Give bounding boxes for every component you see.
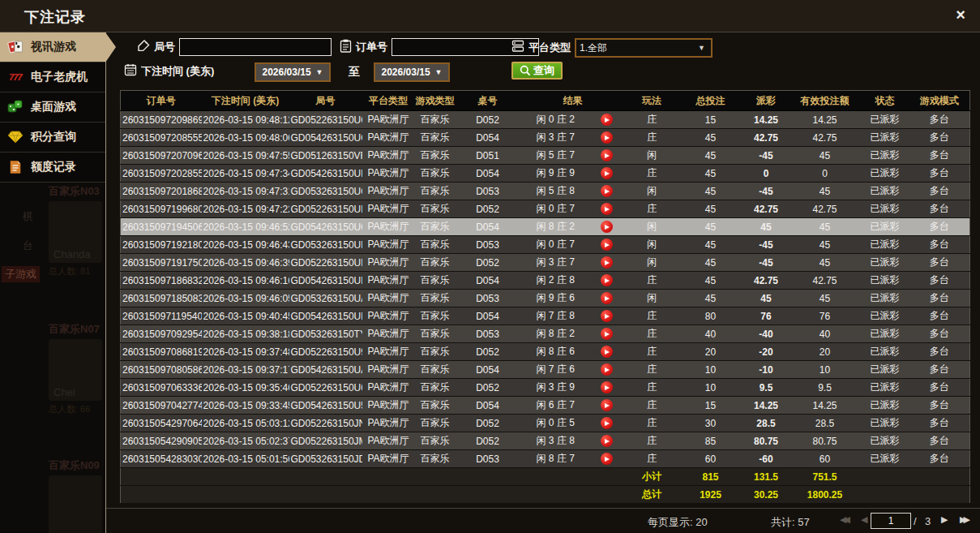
query-button[interactable]: 查询 (511, 62, 563, 80)
play-video-icon[interactable] (601, 363, 613, 376)
next-page-icon[interactable]: ▶ (941, 514, 948, 525)
table-row[interactable]: 2603150972098692026-03-15 09:48:12GD0522… (121, 111, 970, 129)
table-row[interactable]: 2603150970868192026-03-15 09:37:48GD0522… (121, 343, 970, 361)
game-no-cell: GD053263150UC (289, 183, 362, 200)
page-title: 下注记录 (24, 7, 86, 27)
table-row[interactable]: 2603150972018682026-03-15 09:47:31GD0532… (121, 183, 970, 200)
table-row[interactable]: 2603150970929542026-03-15 09:38:18GD0532… (121, 325, 970, 343)
total-bet-cell: 45 (678, 129, 743, 147)
empty-cell (362, 486, 415, 504)
table-no-cell: D054 (456, 218, 520, 236)
table-row[interactable]: 2603150971996802026-03-15 09:47:22GD0522… (121, 200, 970, 218)
total-bet-cell: 15 (678, 397, 743, 415)
platform-cell: PA欧洲厅 (362, 307, 415, 325)
table-row[interactable]: 2603150970633362026-03-15 09:35:46GD0522… (121, 379, 970, 397)
order-no-cell: 260315054297064 (121, 415, 202, 432)
game-no-cell: GD051263150VR (289, 147, 362, 165)
table-row[interactable]: 2603150971921802026-03-15 09:46:43GD0532… (121, 236, 970, 254)
table-row[interactable]: 2603150971868322026-03-15 09:46:16GD0542… (121, 272, 970, 290)
table-row[interactable]: 2603150972028552026-03-15 09:47:34GD0542… (121, 165, 970, 183)
status-cell: 已派彩 (861, 236, 909, 254)
status-cell: 已派彩 (861, 272, 909, 290)
play-video-icon[interactable] (601, 453, 613, 465)
play-video-icon[interactable] (601, 417, 613, 429)
order-no-cell: 260315097186832 (121, 272, 202, 290)
game-type-cell: 百家乐 (415, 379, 456, 397)
close-icon[interactable]: × (952, 6, 969, 24)
valid-bet-cell: 20 (790, 343, 861, 361)
game-no-cell: GD053263150UB (289, 236, 362, 254)
table-row[interactable]: 2603150542909052026-03-15 05:02:37GD0522… (121, 432, 970, 450)
table-row[interactable]: 2603150972070962026-03-15 09:47:55GD0512… (121, 147, 970, 165)
play-video-icon[interactable] (601, 185, 613, 197)
play-video-icon[interactable] (601, 328, 613, 340)
sidebar-item-points-query[interactable]: 积分查询 (0, 123, 105, 153)
bet-time-label: 下注时间 (美东) (141, 64, 214, 79)
play-video-icon[interactable] (601, 381, 613, 393)
platform-cell: PA欧洲厅 (362, 183, 415, 200)
play-video-icon[interactable] (601, 256, 613, 269)
table-row[interactable]: 2603150542970642026-03-15 05:03:12GD0522… (121, 415, 970, 432)
table-row[interactable]: 2603150972085552026-03-15 09:48:06GD0542… (121, 129, 970, 147)
play-video-icon[interactable] (601, 114, 613, 126)
date-to-select[interactable]: 2026/03/15 ▼ (374, 62, 450, 82)
sidebar-item-quota-record[interactable]: 额度记录 (0, 153, 105, 183)
play-video-icon[interactable] (601, 310, 613, 322)
last-page-icon[interactable]: ▶▶ (960, 514, 970, 525)
status-cell: 已派彩 (861, 254, 909, 272)
play-video-icon[interactable] (601, 239, 613, 251)
order-no-filter: 订单号 (340, 38, 539, 56)
play-video-icon[interactable] (601, 274, 613, 286)
platform-cell: PA欧洲厅 (362, 111, 415, 129)
game-type-cell: 百家乐 (415, 307, 456, 325)
mode-cell: 多台 (909, 307, 970, 325)
subtotal-row-label: 小计 (626, 468, 678, 486)
play-video-icon[interactable] (601, 167, 613, 179)
result-text: 闲 8 庄 6 (537, 345, 575, 359)
sidebar-item-label: 额度记录 (31, 160, 76, 174)
play-video-icon[interactable] (601, 203, 613, 215)
table-row[interactable]: 2603150971850832026-03-15 09:46:05GD0532… (121, 290, 970, 307)
play-video-icon[interactable] (601, 221, 613, 233)
date-from-select[interactable]: 2026/03/15 ▼ (255, 62, 331, 82)
total-bet-cell: 10 (678, 379, 743, 397)
platform-type-select[interactable]: 1.全部 ▼ (575, 38, 713, 58)
platform-cell: PA欧洲厅 (362, 200, 415, 218)
order-no-label: 订单号 (356, 40, 387, 54)
table-row[interactable]: 2603150971945062026-03-15 09:46:52GD0542… (121, 218, 970, 236)
play-video-icon[interactable] (601, 292, 613, 304)
play-video-icon[interactable] (601, 346, 613, 358)
play-video-icon[interactable] (601, 131, 613, 144)
sidebar-item-table-games[interactable]: 桌面游戏 (0, 92, 105, 123)
empty-cell (861, 486, 909, 504)
payout-cell: -45 (743, 183, 790, 200)
first-page-icon[interactable]: ◀◀ (840, 514, 850, 525)
sidebar-item-video-games[interactable]: 视讯游戏 (0, 32, 105, 62)
sidebar-item-slots[interactable]: 777电子老虎机 (0, 62, 105, 92)
play-video-icon[interactable] (601, 149, 613, 161)
column-header: 桌号 (456, 91, 520, 111)
platform-cell: PA欧洲厅 (362, 272, 415, 290)
play-video-icon[interactable] (601, 399, 613, 411)
game-no-cell: GD054263150UF (289, 307, 362, 325)
bet-time-cell: 2026-03-15 09:46:39 (202, 254, 289, 272)
valid-bet-cell: 45 (790, 254, 861, 272)
total-bet-cell: 45 (678, 200, 743, 218)
prev-page-icon[interactable]: ◀ (861, 514, 867, 525)
game-no-input[interactable] (179, 38, 332, 56)
background-dealer-photo (49, 475, 102, 533)
play-video-icon[interactable] (601, 435, 613, 447)
result-cell: 闲 7 庄 6 (520, 361, 626, 379)
valid-bet-cell: 10 (790, 361, 861, 379)
table-row[interactable]: 2603150542830302026-03-15 05:01:56GD0532… (121, 450, 970, 468)
valid-bet-cell: 42.75 (790, 129, 861, 147)
bet-time-cell: 2026-03-15 09:47:34 (202, 165, 289, 183)
page-number-input[interactable] (871, 513, 911, 529)
table-row[interactable]: 2603150970427742026-03-15 09:33:45GD0542… (121, 397, 970, 415)
chevron-down-icon: ▼ (435, 68, 443, 76)
table-row[interactable]: 2603150971917502026-03-15 09:46:39GD0522… (121, 254, 970, 272)
bet-time-cell: 2026-03-15 09:37:48 (202, 343, 289, 361)
sidebar-item-label: 视讯游戏 (31, 40, 76, 54)
table-row[interactable]: 2603150970805862026-03-15 09:37:17GD0542… (121, 361, 970, 379)
table-row[interactable]: 2603150971195402026-03-15 09:40:45GD0542… (121, 307, 970, 325)
